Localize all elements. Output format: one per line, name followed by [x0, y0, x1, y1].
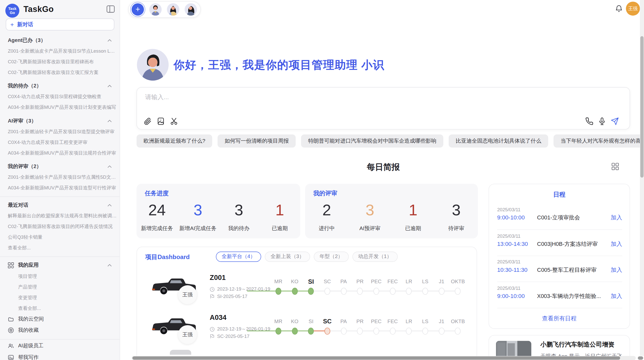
schedule-date: 2025/03/11	[497, 259, 521, 264]
agent-avatar-3[interactable]	[185, 3, 197, 16]
milestone-label: SC	[319, 278, 335, 285]
chat-input[interactable]	[144, 93, 597, 110]
app-menu-item[interactable]: 查看全部...	[0, 303, 120, 314]
sidebar-section-header[interactable]: 我的评审（2）	[0, 161, 120, 172]
milestone-cell	[270, 328, 286, 335]
suggestion-chip[interactable]: 如何写一份清晰的项目周报	[218, 134, 296, 148]
milestone-dot	[308, 288, 314, 295]
milestone-label: OKTB	[450, 278, 466, 285]
sidebar-item[interactable]: C0X4-动力总成开发项目工程变更评审	[0, 137, 120, 147]
sidebar-item[interactable]: Z001-全新燃油轻卡产品开发项目SI节点属性5D文件评审	[0, 172, 120, 183]
send-icon[interactable]	[611, 117, 619, 125]
user-avatar[interactable]: 王强	[626, 2, 640, 16]
stat-column: 24新增完成任务	[137, 200, 178, 232]
milestone-dot	[292, 328, 298, 335]
assistant-avatar	[137, 49, 168, 80]
sidebar-item-ai-staff[interactable]: AI超级员工	[0, 340, 120, 352]
notification-bell-icon[interactable]	[615, 5, 623, 13]
scissors-icon[interactable]	[170, 117, 178, 125]
agent-avatar-1[interactable]	[149, 3, 162, 16]
project-flag: SC-2025-05-17	[210, 334, 250, 339]
image-icon[interactable]	[157, 117, 165, 125]
sidebar-item-help-write[interactable]: 帮我写作	[0, 352, 120, 360]
dashboard-tab[interactable]: 动总开发（1）	[352, 252, 398, 262]
new-chat-button[interactable]: + 新对话	[6, 19, 114, 31]
sidebar-item[interactable]: Z001-全新燃油皮卡产品开发项目SI节点Lesson Learn报告	[0, 46, 120, 56]
milestone-dot	[439, 328, 445, 335]
agent-avatar-2[interactable]	[167, 3, 179, 16]
join-link[interactable]: 加入	[611, 292, 622, 300]
suggestion-chip[interactable]: 当下年轻人对汽车外观有怎样的喜好趋势	[554, 134, 644, 148]
view-all-schedule-link[interactable]: 查看所有日程	[489, 315, 630, 322]
vertical-scrollbar-thumb[interactable]	[640, 36, 643, 177]
milestone-cell	[417, 328, 433, 335]
logo-line1: Task	[8, 7, 16, 11]
sidebar-section-header[interactable]: AI评审（3）	[0, 115, 120, 126]
sidebar-section-header[interactable]: 我的待办（2）	[0, 81, 120, 91]
sidebar-collapse-icon[interactable]	[107, 5, 115, 13]
attachment-icon[interactable]	[143, 117, 152, 125]
sidebar-item[interactable]: A034-全新新能源MUV产品开发项目法规符合性评审	[0, 147, 120, 158]
horizontal-scrollbar-thumb[interactable]	[133, 356, 620, 360]
app-menu-item[interactable]: 产品管理	[0, 282, 120, 292]
dashboard-tab[interactable]: 全新平台（4）	[216, 252, 261, 262]
news-title: 小鹏飞行汽车制造公司增资	[540, 341, 623, 349]
milestone-label: PEC	[368, 318, 384, 325]
sidebar-item-cloud-space[interactable]: 我的云空间	[0, 314, 120, 325]
flag-icon	[210, 334, 215, 339]
project-dashboard-card: 项目Dashboard 全新平台（4）全新上装（3）年型（2）动总开发（1） 王…	[137, 247, 477, 360]
sidebar-item[interactable]: C02-飞腾新能源轻客改款项目立项汇报方案	[0, 67, 120, 78]
sidebar-item[interactable]: C02-飞腾新能源轻客改款项目里程碑画布	[0, 56, 120, 67]
my-review-card: 我的评审2进行中3AI预评审1已逾期3待评审	[305, 184, 478, 238]
milestone-label: KO	[286, 278, 303, 285]
suggestion-chip[interactable]: 比亚迪全固态电池计划具体说了什么	[449, 134, 548, 148]
milestone-label: LR	[401, 318, 417, 325]
milestone-label: PA	[335, 278, 352, 285]
sidebar-section-header-recent[interactable]: 最近对话	[0, 200, 120, 211]
phone-icon[interactable]	[585, 117, 593, 125]
stat-label: 我的待办	[218, 225, 259, 232]
layout-grid-icon[interactable]	[611, 163, 619, 170]
join-link[interactable]: 加入	[611, 240, 622, 248]
milestone-label: SC	[319, 318, 335, 325]
composer-left-icons	[143, 117, 178, 125]
sidebar-item[interactable]: C0X4-动力总成开发项目SI里程碑提交物检查	[0, 91, 120, 102]
milestone-label: MR	[270, 278, 286, 285]
sidebar-section-label: 最近对话	[8, 202, 28, 208]
stat-column: 3待评审	[435, 200, 478, 232]
sidebar-section-label: Agent已办（3）	[8, 37, 46, 44]
project-row[interactable]: 王强Z0012023-12-19～2027-01-19SI-2025-05-17…	[137, 270, 477, 308]
microphone-icon[interactable]	[598, 117, 606, 125]
schedule-time: 13:00-14:30	[497, 240, 528, 247]
dashboard-tab[interactable]: 全新上装（3）	[265, 252, 310, 262]
divider	[497, 229, 622, 230]
recent-conversation-item[interactable]: 公司Q3轻卡销量	[0, 232, 120, 243]
milestone-dot	[422, 328, 428, 335]
dashboard-tab[interactable]: 年型（2）	[314, 252, 349, 262]
view-all-conversations-link[interactable]: 查看全部...	[0, 243, 120, 253]
join-link[interactable]: 加入	[611, 266, 622, 274]
recent-conversation-item[interactable]: 解释最新出台的欧盟报废车法规再生塑料比例被调至15%...	[0, 211, 120, 221]
milestone-label: PEC	[368, 278, 384, 285]
project-row[interactable]: 王强A0342023-12-19～2026-01-19SC-2025-05-17…	[137, 309, 477, 347]
recent-conversation-item[interactable]: C02-飞腾新能源轻客改款项目的闭环通告反馈情况	[0, 221, 120, 232]
stat-label: 新增完成任务	[137, 225, 178, 232]
add-agent-button[interactable]: +	[131, 3, 144, 16]
sidebar-item[interactable]: A034-全新新能源MUV产品开发项目造型可行性评审	[0, 183, 120, 193]
sidebar-item[interactable]: Z001-全新燃油轻卡产品开发项目SI造型提交物评审	[0, 126, 120, 137]
sidebar-item-my-apps[interactable]: 我的应用	[0, 259, 120, 271]
milestone-cell	[384, 328, 401, 335]
sidebar-item[interactable]: A034-全新新能源MUV产品开发项目计划变更表编写	[0, 102, 120, 113]
milestone-label: KO	[286, 318, 303, 325]
app-menu-item[interactable]: 项目管理	[0, 271, 120, 282]
sidebar-section-header[interactable]: Agent已办（3）	[0, 35, 120, 46]
app-menu-item[interactable]: 变更管理	[0, 292, 120, 303]
stat-value: 3	[435, 200, 478, 220]
join-link[interactable]: 加入	[611, 214, 622, 221]
sidebar-item-favorites[interactable]: 我的收藏	[0, 325, 120, 336]
schedule-time: 9:00-10:00	[497, 214, 525, 221]
suggestion-chip[interactable]: 特朗普可能对进口汽车增税会对中国车企造成哪些影响	[301, 134, 443, 148]
new-chat-label: 新对话	[17, 21, 33, 28]
taskgo-app: Task Go TaskGo + 新对话 Agent已办（3）Z001-全新燃油…	[0, 0, 644, 360]
suggestion-chip[interactable]: 欧洲新规最近颁布了什么?	[137, 134, 212, 148]
